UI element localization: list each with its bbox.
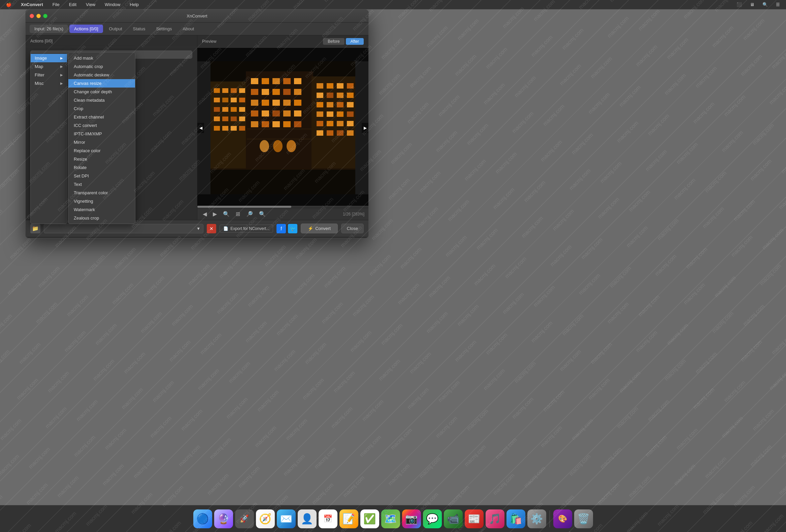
menu-filter[interactable]: Filter ▶ bbox=[31, 71, 67, 79]
edit-menu[interactable]: Edit bbox=[67, 1, 78, 8]
next-image-button[interactable]: ▶ bbox=[362, 123, 368, 133]
submenu-text[interactable]: Text bbox=[68, 180, 135, 189]
next-button[interactable]: ▶ bbox=[211, 210, 218, 218]
convert-label: Convert bbox=[315, 226, 331, 231]
close-button[interactable] bbox=[30, 14, 34, 18]
facebook-button[interactable]: f bbox=[276, 224, 286, 233]
apple-menu[interactable]: 🍎 bbox=[4, 1, 14, 8]
preview-image bbox=[210, 61, 355, 196]
export-button[interactable]: 📄 Export for NConvert... bbox=[219, 225, 273, 233]
svg-rect-27 bbox=[294, 78, 301, 84]
minimize-button[interactable] bbox=[37, 14, 41, 18]
submenu-canvas-resize[interactable]: Canvas resize bbox=[68, 79, 135, 88]
zoom-out-button[interactable]: 🔍 bbox=[258, 210, 267, 218]
submenu-add-mask[interactable]: Add mask bbox=[68, 54, 135, 62]
submenu-icc-convert[interactable]: ICC convert bbox=[68, 121, 135, 130]
fit-button[interactable]: ⊞ bbox=[234, 210, 241, 218]
svg-rect-21 bbox=[239, 126, 245, 131]
menu-map-label: Map bbox=[35, 64, 43, 69]
submenu-iptc[interactable]: IPTC-IIM/XMP bbox=[68, 130, 135, 138]
tab-actions[interactable]: Actions [0/0] bbox=[69, 25, 103, 33]
after-button[interactable]: After bbox=[346, 38, 364, 45]
window-menu[interactable]: Window bbox=[103, 1, 122, 8]
svg-rect-37 bbox=[294, 100, 301, 106]
tab-settings[interactable]: Settings bbox=[151, 25, 177, 33]
svg-rect-66 bbox=[347, 112, 354, 117]
svg-rect-53 bbox=[337, 83, 344, 89]
submenu-extract-channel[interactable]: Extract channel bbox=[68, 113, 135, 121]
svg-rect-38 bbox=[251, 111, 258, 116]
tab-about[interactable]: About bbox=[178, 25, 199, 33]
submenu-replace-color[interactable]: Replace color bbox=[68, 146, 135, 155]
dropdown-icon: ▼ bbox=[196, 226, 200, 231]
preview-scrollbar-thumb[interactable] bbox=[197, 206, 291, 208]
maximize-button[interactable] bbox=[43, 14, 47, 18]
submenu-change-color-depth[interactable]: Change color depth bbox=[68, 88, 135, 96]
help-menu[interactable]: Help bbox=[128, 1, 141, 8]
app-window: XnConvert Input: 26 file(s) Actions [0/0… bbox=[25, 9, 369, 238]
tab-input[interactable]: Input: 26 file(s) bbox=[30, 25, 68, 33]
submenu-set-dpi[interactable]: Set DPI bbox=[68, 172, 135, 180]
social-buttons: f 🐦 bbox=[276, 224, 297, 233]
export-label-text: Export for NConvert... bbox=[230, 226, 270, 231]
svg-rect-70 bbox=[347, 121, 354, 126]
folder-button[interactable]: 📁 bbox=[30, 224, 40, 233]
svg-rect-15 bbox=[222, 116, 228, 121]
svg-rect-44 bbox=[262, 121, 269, 127]
preview-toolbar: ◀ ▶ 🔍 ⊞ 🔎 🔍 1/26 [283%] bbox=[197, 208, 368, 220]
prev-button[interactable]: ◀ bbox=[201, 210, 208, 218]
menu-misc[interactable]: Misc ▶ bbox=[31, 79, 67, 88]
zoom-in-button[interactable]: 🔍 bbox=[222, 210, 231, 218]
menu-map[interactable]: Map ▶ bbox=[31, 62, 67, 71]
submenu-watermark[interactable]: Watermark bbox=[68, 205, 135, 214]
submenu-auto-crop[interactable]: Automatic crop bbox=[68, 62, 135, 71]
arrow-icon: ▶ bbox=[60, 65, 63, 68]
twitter-button[interactable]: 🐦 bbox=[288, 224, 297, 233]
image-submenu: Add mask Automatic crop Automatic deskew… bbox=[68, 52, 135, 224]
prev-image-button[interactable]: ◀ bbox=[197, 123, 204, 133]
svg-rect-56 bbox=[327, 93, 333, 98]
title-bar: XnConvert bbox=[26, 10, 368, 23]
submenu-mirror[interactable]: Mirror bbox=[68, 138, 135, 146]
svg-rect-39 bbox=[262, 111, 269, 116]
app-menu-item[interactable]: XnConvert bbox=[19, 1, 45, 8]
before-button[interactable]: Before bbox=[323, 38, 344, 45]
submenu-resize[interactable]: Resize bbox=[68, 155, 135, 163]
submenu-zealous-crop[interactable]: Zealous crop bbox=[68, 214, 135, 222]
svg-rect-9 bbox=[239, 98, 245, 102]
svg-rect-67 bbox=[317, 121, 323, 126]
black-bar-top bbox=[197, 48, 368, 61]
output-select[interactable]: ▼ bbox=[44, 224, 203, 233]
tab-output[interactable]: Output bbox=[105, 25, 127, 33]
submenu-auto-deskew[interactable]: Automatic deskew bbox=[68, 71, 135, 79]
zoom-out2-button[interactable]: 🔎 bbox=[245, 210, 254, 218]
view-menu[interactable]: View bbox=[84, 1, 97, 8]
svg-rect-49 bbox=[247, 139, 313, 139]
svg-rect-30 bbox=[273, 89, 280, 95]
svg-rect-41 bbox=[283, 111, 291, 116]
svg-rect-64 bbox=[327, 112, 333, 117]
menu-image[interactable]: Image ▶ bbox=[31, 54, 67, 62]
arrow-icon: ▶ bbox=[60, 73, 63, 77]
svg-rect-14 bbox=[214, 116, 220, 121]
svg-rect-34 bbox=[262, 100, 269, 106]
submenu-vignetting[interactable]: Vignetting bbox=[68, 197, 135, 205]
submenu-transparent-color[interactable]: Transparent color bbox=[68, 189, 135, 197]
delete-button[interactable]: ✕ bbox=[207, 224, 216, 233]
svg-rect-23 bbox=[251, 78, 258, 84]
svg-rect-54 bbox=[347, 83, 354, 89]
file-menu[interactable]: File bbox=[50, 1, 62, 8]
submenu-crop[interactable]: Crop bbox=[68, 105, 135, 113]
submenu-rotate[interactable]: Rotate bbox=[68, 163, 135, 172]
close-window-button[interactable]: Close bbox=[341, 224, 364, 233]
tab-status[interactable]: Status bbox=[128, 25, 150, 33]
preview-scrollbar[interactable] bbox=[197, 206, 368, 208]
convert-button[interactable]: ⚡ Convert bbox=[301, 224, 338, 233]
svg-rect-6 bbox=[214, 98, 220, 102]
submenu-clean-metadata[interactable]: Clean metadata bbox=[68, 96, 135, 105]
svg-rect-28 bbox=[251, 89, 258, 95]
tab-bar: Input: 26 file(s) Actions [0/0] Output S… bbox=[26, 23, 368, 36]
svg-rect-18 bbox=[214, 126, 220, 131]
window-title: XnConvert bbox=[187, 14, 207, 19]
svg-rect-8 bbox=[231, 98, 237, 102]
